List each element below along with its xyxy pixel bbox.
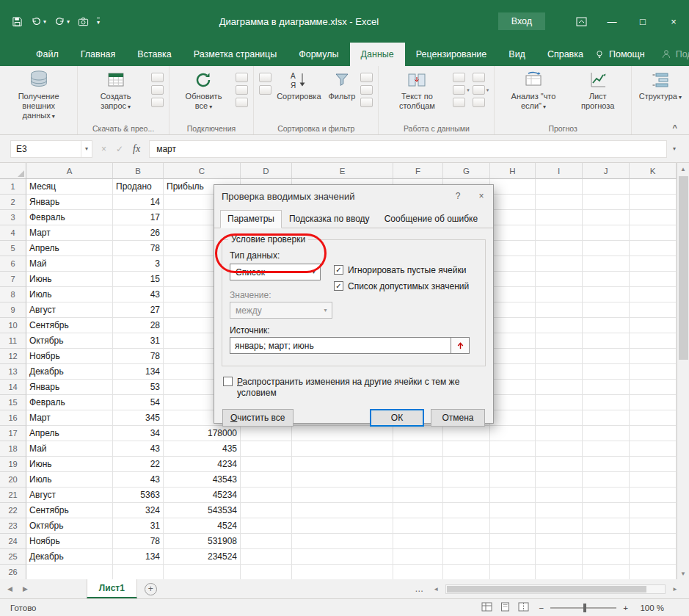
cell-H3[interactable]: [490, 210, 536, 225]
cell-K20[interactable]: [630, 472, 677, 488]
cancel-entry-icon[interactable]: ×: [101, 144, 106, 154]
cell-A22[interactable]: Сентябрь: [26, 503, 113, 518]
horizontal-scrollbar-track[interactable]: [445, 584, 666, 594]
cell-B17[interactable]: 34: [113, 426, 164, 441]
cell-I2[interactable]: [536, 195, 583, 210]
scroll-down-icon[interactable]: ▼: [677, 568, 689, 579]
cell-D25[interactable]: [241, 549, 292, 565]
cell-H7[interactable]: [490, 272, 536, 287]
cell-E24[interactable]: [292, 534, 393, 549]
cell-H12[interactable]: [490, 349, 536, 364]
sort-asc-button[interactable]: [259, 73, 271, 82]
cell-F21[interactable]: [393, 488, 443, 503]
select-all-corner[interactable]: [0, 163, 26, 179]
column-header-J[interactable]: J: [583, 163, 630, 179]
cell-G21[interactable]: [443, 488, 490, 503]
row-header-2[interactable]: 2: [0, 195, 26, 210]
cell-A10[interactable]: Сентябрь: [26, 318, 113, 333]
maximize-button[interactable]: □: [627, 10, 658, 32]
cell-H20[interactable]: [490, 472, 536, 488]
cell-D20[interactable]: [241, 472, 292, 488]
cell-A25[interactable]: Декабрь: [26, 549, 113, 565]
ribbon-tab-вставка[interactable]: Вставка: [126, 43, 182, 66]
minimize-button[interactable]: —: [597, 10, 627, 32]
cell-K15[interactable]: [630, 395, 677, 410]
cell-A1[interactable]: Месяц: [26, 179, 113, 195]
column-header-B[interactable]: B: [113, 163, 164, 179]
cell-B11[interactable]: 31: [113, 333, 164, 349]
cell-I11[interactable]: [536, 333, 583, 349]
zoom-slider[interactable]: [550, 607, 616, 609]
chevron-down-icon[interactable]: ▾: [81, 141, 92, 157]
cell-B15[interactable]: 54: [113, 395, 164, 410]
page-break-view-icon[interactable]: [518, 602, 529, 613]
cell-J5[interactable]: [583, 241, 630, 256]
cell-B24[interactable]: 78: [113, 534, 164, 549]
row-header-19[interactable]: 19: [0, 457, 26, 472]
cell-J25[interactable]: [583, 549, 630, 565]
cell-K26[interactable]: [630, 565, 677, 579]
collapse-ribbon-button[interactable]: ^: [673, 123, 677, 132]
cell-B25[interactable]: 134: [113, 549, 164, 565]
cell-I3[interactable]: [536, 210, 583, 225]
ribbon-display-options-button[interactable]: [566, 10, 597, 32]
cell-I14[interactable]: [536, 380, 583, 395]
text-to-columns-button[interactable]: Текст по столбцам: [382, 68, 451, 112]
cell-A16[interactable]: Март: [26, 410, 113, 426]
cell-I19[interactable]: [536, 457, 583, 472]
cell-B12[interactable]: 78: [113, 349, 164, 364]
row-header-16[interactable]: 16: [0, 410, 26, 426]
cell-J15[interactable]: [583, 395, 630, 410]
cell-E20[interactable]: [292, 472, 393, 488]
checkbox-checked-icon[interactable]: ✓: [334, 265, 343, 275]
cell-H21[interactable]: [490, 488, 536, 503]
cell-I15[interactable]: [536, 395, 583, 410]
refresh-all-button[interactable]: Обновить все▾: [173, 68, 234, 112]
column-header-A[interactable]: A: [26, 163, 113, 179]
row-header-21[interactable]: 21: [0, 488, 26, 503]
row-header-20[interactable]: 20: [0, 472, 26, 488]
cell-I16[interactable]: [536, 410, 583, 426]
undo-button[interactable]: ▾: [31, 16, 46, 26]
row-header-4[interactable]: 4: [0, 225, 26, 241]
remove-duplicates-button[interactable]: [473, 73, 489, 82]
cell-B9[interactable]: 27: [113, 302, 164, 318]
cell-A4[interactable]: Март: [26, 225, 113, 241]
cell-A20[interactable]: Июль: [26, 472, 113, 488]
row-header-8[interactable]: 8: [0, 287, 26, 302]
cell-H25[interactable]: [490, 549, 536, 565]
zoom-out-icon[interactable]: −: [539, 604, 544, 612]
row-header-5[interactable]: 5: [0, 241, 26, 256]
column-header-E[interactable]: E: [292, 163, 393, 179]
ribbon-tab-рецензирование[interactable]: Рецензирование: [405, 43, 498, 66]
sort-button[interactable]: АЯ Сортировка: [273, 68, 324, 102]
insert-function-icon[interactable]: fx: [133, 143, 140, 155]
cell-G17[interactable]: [443, 426, 490, 441]
row-header-10[interactable]: 10: [0, 318, 26, 333]
cell-J24[interactable]: [583, 534, 630, 549]
cell-B13[interactable]: 134: [113, 364, 164, 380]
dialog-tab-сообщение-об-ошибке[interactable]: Сообщение об ошибке: [377, 210, 485, 228]
row-header-22[interactable]: 22: [0, 503, 26, 518]
cell-K16[interactable]: [630, 410, 677, 426]
cell-H15[interactable]: [490, 395, 536, 410]
flash-fill-button[interactable]: [453, 73, 470, 82]
add-sheet-button[interactable]: +: [145, 583, 157, 595]
cell-J20[interactable]: [583, 472, 630, 488]
cell-A17[interactable]: Апрель: [26, 426, 113, 441]
column-header-D[interactable]: D: [241, 163, 292, 179]
cell-F20[interactable]: [393, 472, 443, 488]
ignore-blank-checkbox[interactable]: ✓ Игнорировать пустые ячейки: [334, 265, 469, 275]
cell-C20[interactable]: 43543: [164, 472, 241, 488]
cell-K18[interactable]: [630, 441, 677, 457]
cell-K7[interactable]: [630, 272, 677, 287]
dialog-help-button[interactable]: ?: [446, 185, 470, 207]
cell-J9[interactable]: [583, 302, 630, 318]
cell-J17[interactable]: [583, 426, 630, 441]
cell-H18[interactable]: [490, 441, 536, 457]
cell-J22[interactable]: [583, 503, 630, 518]
cell-K24[interactable]: [630, 534, 677, 549]
cell-J10[interactable]: [583, 318, 630, 333]
cell-K17[interactable]: [630, 426, 677, 441]
dialog-tab-параметры[interactable]: Параметры: [220, 210, 282, 228]
